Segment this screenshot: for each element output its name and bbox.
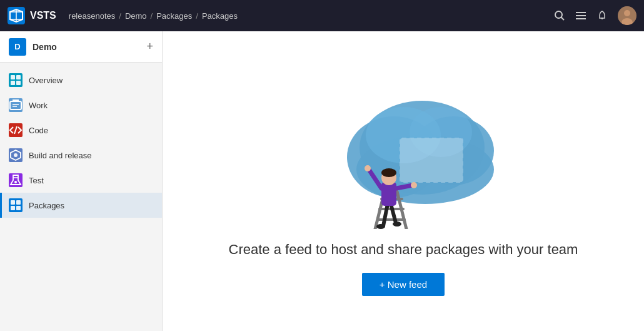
packages-illustration: [303, 66, 503, 229]
svg-point-52: [393, 222, 401, 227]
build-icon: [9, 148, 23, 162]
svg-point-47: [411, 182, 417, 188]
svg-point-51: [376, 224, 385, 229]
svg-rect-26: [11, 200, 15, 205]
svg-line-42: [383, 204, 388, 226]
svg-point-48: [365, 165, 371, 171]
menu-icon: [575, 10, 586, 21]
svg-point-23: [14, 153, 18, 157]
sidebar-item-work[interactable]: Work: [0, 93, 162, 118]
app-logo: VSTS: [8, 7, 56, 24]
sidebar-nav: Overview Work: [0, 63, 162, 331]
project-name: Demo: [33, 42, 146, 52]
project-icon: D: [9, 38, 26, 56]
overview-icon: [9, 73, 23, 87]
bell-icon: [596, 10, 608, 21]
sidebar-item-test[interactable]: Test: [0, 168, 162, 193]
svg-point-5: [555, 11, 562, 18]
svg-point-50: [381, 168, 396, 177]
svg-rect-17: [11, 81, 15, 85]
svg-rect-8: [576, 15, 586, 16]
svg-rect-9: [576, 18, 586, 19]
user-avatar[interactable]: [618, 6, 636, 25]
svg-line-22: [14, 126, 17, 134]
sidebar-item-packages[interactable]: Packages: [0, 193, 162, 218]
sidebar-item-code[interactable]: Code: [0, 118, 162, 143]
sidebar-item-build[interactable]: Build and release: [0, 143, 162, 168]
breadcrumb: releasenotes / Demo / Packages / Package…: [69, 11, 554, 21]
packages-icon: [9, 198, 23, 212]
top-nav-actions: [554, 6, 636, 25]
breadcrumb-packages2[interactable]: Packages: [202, 11, 238, 21]
vsts-logo-icon: [8, 7, 25, 24]
test-label: Test: [29, 176, 44, 185]
work-icon: [9, 98, 23, 112]
breadcrumb-sep-1: /: [119, 11, 121, 21]
new-feed-button[interactable]: + New feed: [362, 273, 445, 296]
overview-label: Overview: [29, 76, 63, 85]
breadcrumb-sep-3: /: [196, 11, 198, 21]
code-label: Code: [29, 126, 48, 135]
main-layout: D Demo + Overview: [0, 31, 644, 331]
svg-rect-16: [16, 75, 21, 79]
test-icon: [9, 173, 23, 187]
menu-button[interactable]: [575, 10, 586, 21]
svg-rect-44: [381, 182, 396, 206]
build-label: Build and release: [29, 151, 91, 160]
svg-point-25: [14, 181, 17, 183]
svg-rect-27: [16, 200, 21, 205]
sidebar: D Demo + Overview: [0, 31, 163, 331]
top-nav: VSTS releasenotes / Demo / Packages / Pa…: [0, 0, 644, 31]
search-icon: [554, 10, 565, 21]
svg-rect-15: [11, 75, 15, 79]
work-label: Work: [29, 101, 48, 110]
svg-rect-28: [11, 206, 15, 210]
packages-label: Packages: [29, 201, 64, 210]
notifications-button[interactable]: [596, 10, 608, 21]
svg-line-6: [561, 18, 565, 21]
content-title: Create a feed to host and share packages…: [229, 242, 578, 258]
content-area: Create a feed to host and share packages…: [163, 31, 644, 331]
svg-rect-7: [576, 12, 586, 13]
svg-rect-29: [16, 206, 21, 210]
app-title: VSTS: [30, 10, 56, 21]
breadcrumb-releasenotes[interactable]: releasenotes: [69, 11, 115, 21]
avatar-image: [618, 6, 636, 25]
breadcrumb-sep-2: /: [151, 11, 153, 21]
sidebar-item-overview[interactable]: Overview: [0, 68, 162, 93]
breadcrumb-packages1[interactable]: Packages: [156, 11, 192, 21]
svg-line-46: [396, 185, 413, 188]
svg-rect-18: [16, 81, 21, 85]
code-icon: [9, 123, 23, 137]
breadcrumb-demo[interactable]: Demo: [125, 11, 147, 21]
sidebar-header: D Demo +: [0, 31, 162, 63]
project-icon-letter: D: [14, 42, 20, 51]
svg-rect-19: [10, 101, 21, 109]
search-button[interactable]: [554, 10, 565, 21]
svg-rect-36: [400, 138, 463, 182]
svg-point-13: [624, 10, 630, 16]
add-project-button[interactable]: +: [146, 40, 153, 53]
